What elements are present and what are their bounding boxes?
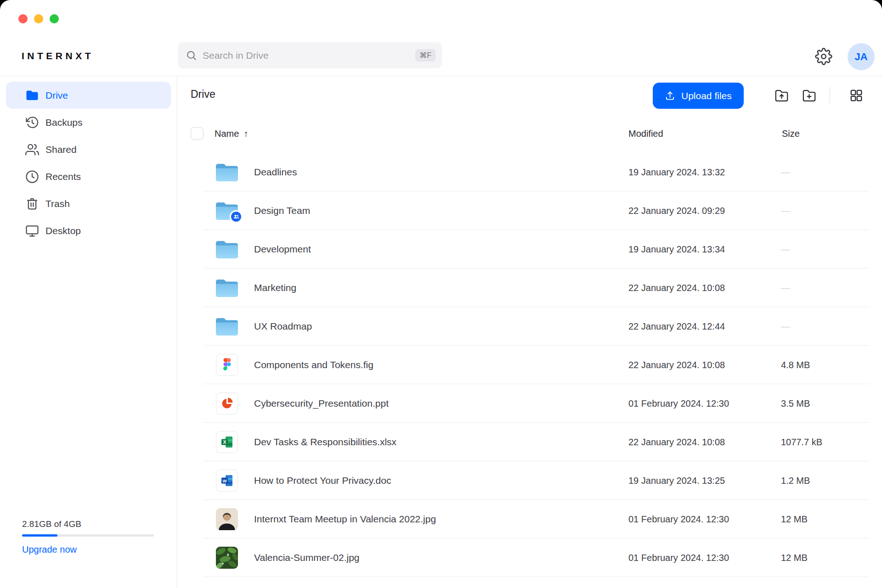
- row-icon-cell: X: [215, 431, 239, 453]
- file-size: 1077.7 kB: [781, 437, 822, 447]
- table-row[interactable]: Components and Tokens.fig 22 January 202…: [204, 346, 869, 384]
- column-header-name[interactable]: Name↑: [215, 129, 248, 139]
- table-row[interactable]: Valencia-Summer-02.jpg 01 February 2024.…: [204, 538, 869, 577]
- grid-view-button[interactable]: [846, 85, 867, 106]
- folder-upload-icon: [775, 89, 789, 103]
- toolbar-divider: [830, 87, 830, 103]
- search-placeholder: Search in Drive: [203, 50, 415, 61]
- storage-progress-fill: [22, 534, 57, 537]
- column-header-modified[interactable]: Modified: [628, 129, 663, 139]
- search-icon: [186, 50, 197, 61]
- file-name: Valencia-Summer-02.jpg: [254, 552, 360, 563]
- settings-button[interactable]: [814, 46, 834, 67]
- table-row[interactable]: UX Roadmap 22 January 2024. 12:44 —: [204, 307, 869, 346]
- file-name: Deadlines: [254, 167, 297, 178]
- column-header-size[interactable]: Size: [782, 129, 800, 139]
- folder-icon: [215, 316, 239, 336]
- internxt-logo: INTERNXT: [22, 50, 94, 62]
- table-row[interactable]: X Dev Tasks & Responsibilities.xlsx 22 J…: [204, 423, 869, 461]
- table-row[interactable]: W How to Protect Your Privacy.doc 19 Jan…: [204, 461, 869, 500]
- close-window-button[interactable]: [18, 14, 28, 23]
- backups-icon: [25, 116, 39, 129]
- modified-date: 22 January 2024. 09:29: [628, 205, 725, 216]
- sidebar-item-label: Shared: [45, 144, 77, 155]
- sort-ascending-icon: ↑: [243, 129, 248, 139]
- file-size: 12 MB: [781, 514, 808, 524]
- table-row[interactable]: Development 19 January 2024. 13:34 —: [204, 230, 869, 269]
- sidebar-item-trash[interactable]: Trash: [6, 190, 171, 217]
- file-size: —: [781, 321, 790, 331]
- row-icon-cell: [215, 508, 239, 530]
- modified-date: 19 January 2024. 13:34: [628, 244, 725, 254]
- table-row[interactable]: Internxt Team Meetup in Valencia 2022.jp…: [204, 500, 869, 538]
- upload-files-button[interactable]: Upload files: [653, 83, 744, 109]
- sidebar-item-recents[interactable]: Recents: [6, 163, 171, 190]
- row-icon-cell: [215, 547, 239, 569]
- sidebar-item-shared[interactable]: Shared: [6, 136, 171, 163]
- modified-date: 22 January 2024. 10:08: [628, 359, 725, 370]
- row-icon-cell: W: [215, 470, 239, 492]
- upload-folder-button[interactable]: [771, 85, 792, 106]
- figma-icon: [216, 354, 238, 376]
- folder-icon: [215, 162, 239, 182]
- shared-badge-icon: [230, 210, 243, 223]
- modified-date: 01 February 2024. 12:30: [628, 552, 729, 563]
- new-folder-button[interactable]: [798, 85, 820, 106]
- storage-panel: 2.81GB of 4GB Upgrade now: [22, 519, 154, 555]
- file-name: Dev Tasks & Responsibilities.xlsx: [254, 437, 396, 448]
- main-content: Drive Upload files: [177, 76, 882, 588]
- folder-icon: [215, 278, 239, 298]
- file-name: Components and Tokens.fig: [254, 359, 373, 370]
- file-size: 12 MB: [781, 552, 808, 563]
- modified-date: 01 February 2024. 12:30: [628, 398, 729, 409]
- svg-text:W: W: [223, 478, 227, 483]
- row-icon-cell: [215, 392, 239, 414]
- modified-date: 22 January 2024. 10:08: [628, 437, 725, 447]
- file-name: Development: [254, 244, 311, 255]
- word-icon: W: [216, 470, 238, 492]
- modified-date: 22 January 2024. 12:44: [628, 321, 725, 331]
- upgrade-link[interactable]: Upgrade now: [22, 544, 154, 555]
- row-icon-cell: [215, 316, 239, 336]
- sidebar-item-backups[interactable]: Backups: [6, 109, 171, 136]
- table-row[interactable]: Marketing 22 January 2024. 10:08 —: [204, 269, 869, 307]
- powerpoint-icon: [216, 392, 238, 414]
- svg-text:X: X: [223, 439, 226, 444]
- photo-leaves-thumbnail: [216, 547, 238, 569]
- app-window: INTERNXT Search in Drive ⌘F JA Drive: [0, 0, 882, 588]
- avatar[interactable]: JA: [848, 43, 875, 70]
- row-icon-cell: [215, 162, 239, 182]
- minimize-window-button[interactable]: [34, 14, 43, 23]
- file-size: 3.5 MB: [781, 398, 810, 409]
- file-size: —: [781, 282, 790, 293]
- file-size: —: [781, 167, 790, 177]
- excel-icon: X: [216, 431, 238, 453]
- table-row[interactable]: Deadlines 19 January 2024. 13:32 —: [204, 153, 869, 191]
- sidebar-item-drive[interactable]: Drive: [6, 82, 171, 109]
- folder-plus-icon: [802, 89, 816, 103]
- shared-icon: [25, 143, 39, 157]
- recents-icon: [25, 170, 39, 184]
- folder-icon: [215, 239, 239, 259]
- upload-files-label: Upload files: [681, 90, 732, 101]
- file-name: UX Roadmap: [254, 321, 312, 332]
- photo-portrait-thumbnail: [216, 508, 238, 530]
- maximize-window-button[interactable]: [50, 14, 59, 23]
- upload-icon: [665, 90, 675, 101]
- sidebar-item-label: Drive: [45, 90, 68, 101]
- file-name: Design Team: [254, 205, 310, 216]
- modified-date: 19 January 2024. 13:25: [628, 475, 725, 486]
- row-icon-cell: [215, 354, 239, 376]
- folder-icon: [25, 89, 39, 102]
- window-controls: [18, 14, 59, 23]
- file-size: —: [781, 205, 790, 216]
- sidebar-item-desktop[interactable]: Desktop: [6, 217, 171, 244]
- storage-progressbar: [22, 534, 154, 537]
- table-row[interactable]: Cybersecurity_Presentation.ppt 01 Februa…: [204, 384, 869, 423]
- row-icon-cell: [215, 201, 239, 221]
- row-icon-cell: [215, 239, 239, 259]
- select-all-checkbox[interactable]: [191, 127, 204, 140]
- search-shortcut-badge: ⌘F: [415, 49, 435, 62]
- search-input[interactable]: Search in Drive ⌘F: [178, 42, 442, 68]
- table-row[interactable]: Design Team 22 January 2024. 09:29 —: [204, 191, 869, 230]
